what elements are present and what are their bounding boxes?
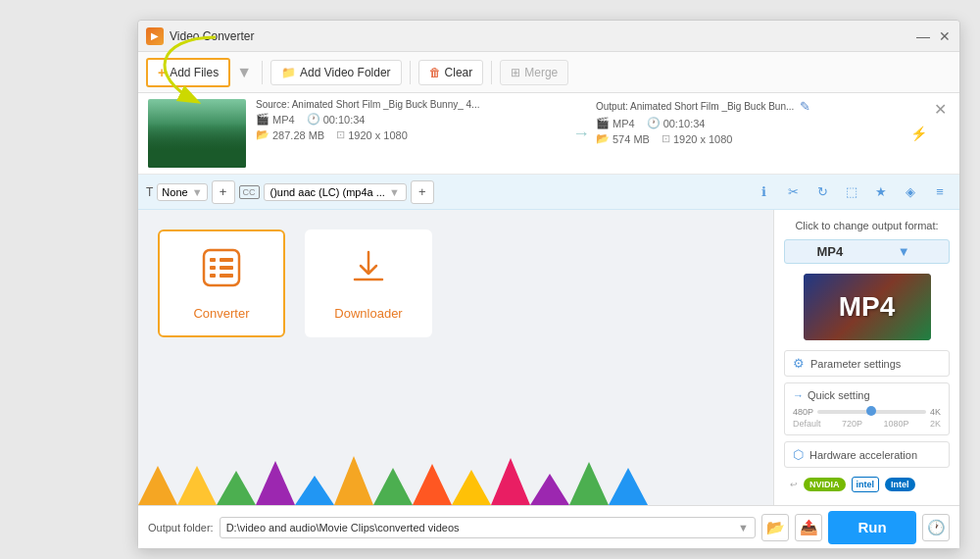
minimize-button[interactable]: — bbox=[916, 29, 930, 43]
svg-rect-4 bbox=[220, 258, 233, 262]
subtitle2-icon[interactable]: ≡ bbox=[928, 180, 952, 204]
svg-rect-3 bbox=[210, 274, 216, 278]
source-size: 287.28 MB bbox=[272, 129, 324, 141]
source-resolution: 1920 x 1080 bbox=[348, 129, 408, 141]
main-content: Converter Downloader bbox=[138, 210, 959, 505]
output-path-field[interactable]: D:\video and audio\Movie Clips\converted… bbox=[220, 517, 756, 538]
converter-card[interactable]: Converter bbox=[158, 229, 285, 337]
audio-add-button[interactable]: + bbox=[411, 180, 434, 204]
merge-label: Merge bbox=[524, 66, 558, 79]
file-info: Source: Animated Short Film _Big Buck Bu… bbox=[148, 99, 950, 168]
format-preview[interactable]: MP4 bbox=[804, 274, 931, 340]
toolbar-separator-3 bbox=[491, 61, 492, 84]
tool-icons: ℹ ✂ ↻ ⬚ ★ ◈ ≡ bbox=[752, 180, 952, 204]
quality-slider[interactable] bbox=[817, 410, 926, 414]
intel-label: Intel bbox=[885, 478, 915, 491]
source-meta: 🎬 MP4 🕐 00:10:34 bbox=[256, 113, 566, 126]
gpu-badges: ↩ NVIDIA intel Intel bbox=[784, 474, 950, 495]
folder-browse-icon: 📂 bbox=[766, 519, 785, 536]
tri-3 bbox=[217, 471, 256, 505]
effect-icon[interactable]: ★ bbox=[869, 180, 893, 204]
downloader-card[interactable]: Downloader bbox=[305, 229, 432, 337]
tri-7 bbox=[373, 468, 413, 505]
edit-output-button[interactable]: ✎ bbox=[800, 99, 810, 114]
close-button[interactable]: ✕ bbox=[938, 29, 952, 43]
file-source: Source: Animated Short Film _Big Buck Bu… bbox=[256, 99, 566, 168]
output-meta2: 📂 574 MB ⊡ 1920 x 1080 bbox=[596, 132, 906, 145]
downloader-icon bbox=[347, 246, 390, 298]
tri-4 bbox=[256, 461, 295, 505]
hardware-acceleration-section[interactable]: ⬡ Hardware acceleration bbox=[784, 441, 950, 468]
trash-icon: 🗑 bbox=[429, 66, 441, 79]
rotate-icon[interactable]: ↻ bbox=[810, 180, 834, 204]
format-dropdown-arrow: ▼ bbox=[867, 244, 942, 259]
subtitle-add-button[interactable]: + bbox=[212, 180, 235, 204]
output-size-item: 📂 574 MB bbox=[596, 132, 650, 145]
title-bar: ▶ Video Converter — ✕ bbox=[138, 21, 959, 52]
tri-6 bbox=[334, 456, 373, 505]
watermark-icon[interactable]: ◈ bbox=[899, 180, 922, 204]
source-format-item: 🎬 MP4 bbox=[256, 113, 295, 126]
info-icon[interactable]: ℹ bbox=[752, 180, 775, 204]
gpu-arrow-icon: ↩ bbox=[790, 480, 798, 489]
file-output: Output: Animated Short Film _Big Buck Bu… bbox=[596, 99, 906, 168]
folder-icon: 📁 bbox=[281, 66, 296, 79]
clock2-icon: 🕐 bbox=[647, 117, 661, 129]
output-format-icon: 🎬 bbox=[596, 117, 610, 129]
default-label: Default bbox=[793, 419, 821, 429]
source-size-item: 📂 287.28 MB bbox=[256, 128, 324, 141]
add-video-folder-button[interactable]: 📁 Add Video Folder bbox=[270, 60, 402, 85]
downloader-label: Downloader bbox=[334, 306, 402, 321]
svg-rect-1 bbox=[210, 258, 216, 262]
window-controls: — ✕ bbox=[916, 29, 952, 43]
source-text: Source: Animated Short Film _Big Buck Bu… bbox=[256, 99, 479, 110]
output-format-item: 🎬 MP4 bbox=[596, 117, 635, 129]
mode-cards: Converter Downloader bbox=[138, 210, 773, 357]
cut-icon[interactable]: ✂ bbox=[781, 180, 805, 204]
hw-icon: ⬡ bbox=[793, 447, 804, 462]
crop-icon[interactable]: ⬚ bbox=[840, 180, 863, 204]
output-label-row: Output: Animated Short Film _Big Buck Bu… bbox=[596, 99, 906, 114]
bottom-bar: Output folder: D:\video and audio\Movie … bbox=[138, 505, 959, 548]
run-label: Run bbox=[858, 519, 886, 535]
converter-label: Converter bbox=[193, 306, 249, 321]
clear-button[interactable]: 🗑 Clear bbox=[418, 60, 484, 85]
app-icon: ▶ bbox=[146, 27, 164, 45]
audio-select[interactable]: ()und aac (LC) (mp4a ... ▼ bbox=[264, 183, 407, 201]
output-text: Output: Animated Short Film _Big Buck Bu… bbox=[596, 101, 794, 112]
add-files-button[interactable]: + Add Files bbox=[146, 58, 230, 87]
quick-settings-section: → Quick setting 480P 4K Default 720P 108… bbox=[784, 382, 950, 435]
dropdown-arrow-icon[interactable]: ▼ bbox=[236, 64, 252, 81]
480p-label: 480P bbox=[793, 407, 813, 417]
close-file-button[interactable]: ✕ bbox=[930, 99, 950, 119]
merge-button[interactable]: ⊞ Merge bbox=[500, 60, 568, 85]
source-res-item: ⊡ 1920 x 1080 bbox=[336, 128, 408, 141]
format-preview-text: MP4 bbox=[839, 291, 896, 323]
svg-rect-5 bbox=[220, 266, 233, 270]
2k-label: 2K bbox=[930, 419, 941, 429]
format-label: MP4 bbox=[793, 244, 867, 259]
svg-rect-6 bbox=[220, 274, 233, 278]
subtitle-select[interactable]: None ▼ bbox=[157, 183, 207, 201]
path-dropdown-arrow: ▼ bbox=[738, 522, 749, 534]
toolbar-separator-2 bbox=[410, 61, 411, 84]
open-folder-button[interactable]: 📤 bbox=[795, 514, 822, 541]
output-duration: 00:10:34 bbox=[663, 118, 706, 129]
output-duration-item: 🕐 00:10:34 bbox=[647, 117, 706, 129]
audio-chevron-icon: ▼ bbox=[389, 186, 400, 198]
svg-rect-2 bbox=[210, 266, 216, 270]
schedule-button[interactable]: 🕐 bbox=[922, 514, 950, 541]
tri-2 bbox=[177, 466, 217, 505]
parameter-settings-section[interactable]: ⚙ Parameter settings bbox=[784, 350, 950, 377]
source-format-icon: 🎬 bbox=[256, 113, 270, 126]
browse-folder-button[interactable]: 📂 bbox=[761, 514, 789, 541]
format-selector[interactable]: MP4 ▼ bbox=[784, 239, 950, 264]
folder2-icon: 📂 bbox=[256, 128, 270, 141]
4k-label: 4K bbox=[930, 407, 941, 417]
720p-label: 720P bbox=[842, 419, 862, 429]
merge-icon: ⊞ bbox=[511, 66, 520, 79]
toolbar: + Add Files ▼ 📁 Add Video Folder 🗑 Clear… bbox=[138, 52, 959, 93]
sub-toolbar: T None ▼ + CC ()und aac (LC) (mp4a ... ▼… bbox=[138, 175, 959, 210]
run-button[interactable]: Run bbox=[828, 511, 916, 544]
nvidia-badge: NVIDIA bbox=[804, 478, 846, 491]
